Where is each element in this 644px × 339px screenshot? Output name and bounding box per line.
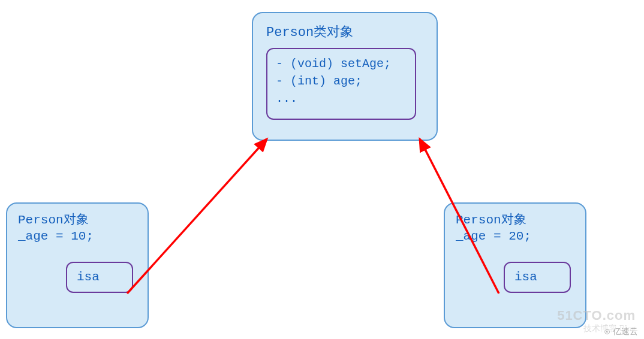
method-line-2: ... bbox=[276, 90, 407, 107]
method-line-1: - (int) age; bbox=[276, 72, 407, 90]
method-line-0: - (void) setAge; bbox=[276, 55, 407, 72]
instance-left-line1: Person对象 bbox=[18, 212, 139, 228]
instance-right-line1: Person对象 bbox=[456, 212, 577, 228]
isa-box-right: isa bbox=[504, 262, 571, 293]
class-title: Person类对象 bbox=[266, 23, 427, 41]
isa-label-right: isa bbox=[514, 269, 537, 285]
instance-box-left: Person对象 _age = 10; isa bbox=[6, 202, 149, 328]
isa-box-left: isa bbox=[66, 262, 133, 293]
isa-label-left: isa bbox=[77, 269, 100, 285]
watermark-yisu: ⊙ 亿速云 bbox=[601, 326, 640, 338]
instance-left-line2: _age = 10; bbox=[18, 228, 139, 244]
watermark-51cto: 51CTO.com bbox=[557, 308, 636, 323]
class-object-box: Person类对象 - (void) setAge; - (int) age; … bbox=[252, 12, 438, 141]
instance-right-line2: _age = 20; bbox=[456, 228, 577, 244]
methods-box: - (void) setAge; - (int) age; ... bbox=[266, 48, 416, 120]
